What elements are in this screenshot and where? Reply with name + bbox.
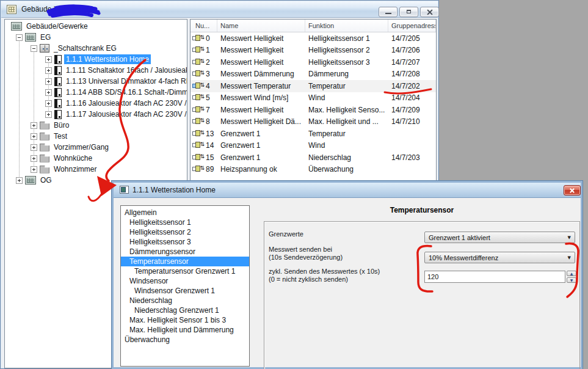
name-cell: Heizspannung ok [217, 165, 305, 174]
tree-item[interactable]: 1.1.16 Jalousieaktor 4fach AC 230V / 2fa… [5, 98, 187, 109]
dialog-title: 1.1.1 Wetterstation Home [132, 186, 216, 194]
number-cell: 1 [191, 46, 217, 54]
tree-expander-icon[interactable] [16, 177, 23, 184]
dialog-nav-item[interactable]: Allgemein [121, 208, 249, 217]
object-number: 7 [206, 106, 210, 114]
name-cell: Messwert Dämmerung [217, 70, 305, 78]
zykl-senden-input[interactable] [424, 271, 565, 283]
comm-object-icon [192, 106, 205, 114]
object-number: 13 [206, 130, 214, 138]
tree-item[interactable]: Büro [5, 120, 187, 131]
group-object-row[interactable]: 14Grenzwert 1Wind [191, 140, 436, 152]
group-object-row[interactable]: 13Grenzwert 1Temperatur [191, 128, 436, 140]
tree-item[interactable]: Wohnküche [5, 153, 187, 164]
group-object-row[interactable]: 3Messwert DämmerungDämmerung14/7/208 [191, 68, 436, 81]
dialog-close-button[interactable] [564, 185, 581, 195]
tree-expander-icon[interactable] [45, 100, 52, 107]
group-object-row[interactable]: 89Heizspannung okÜberwachung [191, 164, 436, 176]
tree-item[interactable]: _Schaltschrank EG [5, 43, 187, 54]
column-header-number[interactable]: Nu... [191, 20, 217, 32]
tree-item[interactable]: Gebäude/Gewerke [5, 21, 187, 32]
tree-item[interactable]: 1.1.11 Schaltaktor 16fach / Jalousieakto… [5, 65, 187, 76]
comm-object-icon-part [195, 70, 200, 76]
comm-object-icon [192, 35, 205, 42]
dialog-nav-item[interactable]: Niederschlag [121, 296, 249, 305]
comm-object-icon-part [195, 142, 200, 148]
dialog-nav-item[interactable]: Max. Helligkeit und Dämmerung [121, 325, 249, 335]
dialog-nav-item[interactable]: Windsensor [121, 276, 249, 286]
group-object-row[interactable]: 4Messwert TemperaturTemperatur14/7/202 [191, 80, 436, 92]
gruppenadresse-cell: 14/7/202 [388, 82, 436, 90]
param-page-title: Temperatursensor [264, 206, 580, 214]
name-cell: Grenzwert 1 [217, 153, 305, 162]
tree-item[interactable]: Vorzimmer/Gang [5, 142, 187, 153]
tree-expander-icon[interactable] [31, 45, 37, 52]
param-label-messwert-senden-1: Messwert senden bei [269, 246, 332, 253]
tree-expander-icon[interactable] [45, 89, 52, 96]
dialog-nav-item[interactable]: Temperatursensor [121, 257, 249, 266]
column-header-name[interactable]: Name [217, 20, 305, 32]
dialog-nav-item[interactable]: Niederschlag Grenzwert 1 [121, 305, 249, 315]
grenzwerte-dropdown[interactable]: Grenzwert 1 aktiviert [424, 232, 575, 243]
comm-object-icon-part [195, 166, 200, 172]
building-icon [25, 33, 36, 42]
tree-expander-icon[interactable] [31, 144, 37, 151]
group-object-row[interactable]: 15Grenzwert 1Niederschlag14/7/203 [191, 152, 436, 164]
tree-expander-icon[interactable] [31, 155, 37, 162]
tree-expander-icon[interactable] [45, 56, 52, 63]
dialog-nav-item[interactable]: Max. Helligkeit Sensor 1 bis 3 [121, 315, 249, 325]
tree-item[interactable]: EG [5, 32, 187, 43]
comm-object-icon-part [195, 118, 200, 124]
app-icon [7, 5, 16, 14]
tree-item[interactable]: 1.1.1 Wetterstation Home [5, 54, 187, 65]
name-cell: Messwert Helligkeit [217, 34, 305, 43]
tree-item[interactable]: 1.1.13 Universal Dimmaktor 4-fach REG [5, 76, 187, 87]
tree-item[interactable]: 1.1.17 Jalousieaktor 4fach AC 230V / 2fa… [5, 109, 187, 120]
dialog-nav-item[interactable]: Überwachung [121, 335, 249, 345]
device-icon [54, 110, 62, 119]
column-header-funktion[interactable]: Funktion [305, 20, 388, 32]
tree-expander-icon[interactable] [45, 111, 52, 118]
dialog-nav-item[interactable]: Helligkeitssensor 2 [121, 227, 249, 237]
dialog-nav-item[interactable]: Dämmerungssensor [121, 247, 249, 257]
restore-button[interactable] [399, 7, 418, 17]
main-window-titlebar[interactable]: Gebäude in [1, 1, 438, 18]
spinner-up-button[interactable]: ▲ [567, 271, 576, 276]
group-object-row[interactable]: 5Messwert Wind [m/s]Wind14/7/204 [191, 92, 436, 104]
tree-item[interactable]: 1.1.14 ABB SD/S4.16.1 Schalt-/Dimmaktor [5, 87, 187, 98]
tree-item[interactable]: Test [5, 131, 187, 142]
messwert-senden-dropdown[interactable]: 10% Messwertdifferenz [424, 252, 575, 263]
dialog-nav-item[interactable]: Helligkeitssensor 1 [121, 217, 249, 227]
close-button[interactable] [420, 7, 439, 17]
param-label-zykl-senden-2: (0 = nicht zyklisch senden) [269, 276, 348, 283]
tree-expander-icon[interactable] [31, 122, 37, 129]
tree-rows: Gebäude/GewerkeEG_Schaltschrank EG1.1.1 … [5, 21, 187, 186]
spinner-down-button[interactable]: ▼ [567, 277, 576, 283]
tree-expander-icon[interactable] [45, 78, 52, 85]
tree-expander-icon[interactable] [31, 166, 37, 173]
group-object-row[interactable]: 7Messwert HelligkeitMax. Helligkeit Sens… [191, 104, 436, 116]
number-cell: 89 [191, 165, 217, 174]
room-icon [40, 166, 49, 174]
name-cell: Grenzwert 1 [217, 141, 305, 150]
funktion-cell: Wind [305, 93, 388, 102]
tree-item-label: 1.1.1 Wetterstation Home [64, 54, 151, 64]
dialog-nav-item[interactable]: Windsensor Grenzwert 1 [121, 286, 249, 296]
tree-expander-icon[interactable] [31, 133, 37, 140]
tree-item-label: 1.1.14 ABB SD/S4.16.1 Schalt-/Dimmaktor [64, 87, 187, 97]
device-icon [54, 55, 62, 64]
group-object-row[interactable]: 1Messwert HelligkeitHelligkeitssensor 21… [191, 45, 436, 57]
dialog-titlebar[interactable]: 1.1.1 Wetterstation Home [114, 183, 581, 198]
tree-item-label: 1.1.17 Jalousieaktor 4fach AC 230V / 2fa… [64, 109, 187, 119]
object-number: 3 [206, 70, 210, 78]
column-header-gruppenadresse[interactable]: Gruppenadresse [388, 20, 436, 32]
tree-expander-icon[interactable] [16, 34, 23, 41]
tree-expander-icon[interactable] [45, 67, 52, 74]
group-object-row[interactable]: 8Messwert Helligkeit Dä...Max. Helligkei… [191, 116, 436, 128]
group-object-row[interactable]: 2Messwert HelligkeitHelligkeitssensor 31… [191, 56, 436, 68]
group-object-row[interactable]: 0Messwert HelligkeitHelligkeitssensor 11… [191, 32, 436, 45]
dialog-nav-item[interactable]: Helligkeitssensor 3 [121, 237, 249, 247]
dialog-nav-item[interactable]: Temperatursensor Grenzwert 1 [121, 266, 249, 276]
minimize-button[interactable] [379, 7, 397, 17]
tree-item[interactable]: Wohnzimmer [5, 164, 187, 175]
